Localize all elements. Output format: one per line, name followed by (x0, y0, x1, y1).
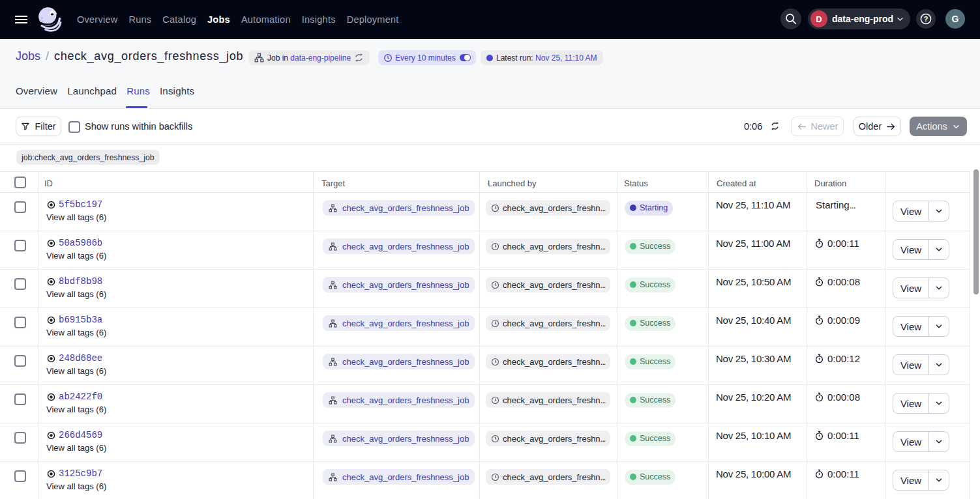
svg-text:?: ? (923, 15, 928, 23)
